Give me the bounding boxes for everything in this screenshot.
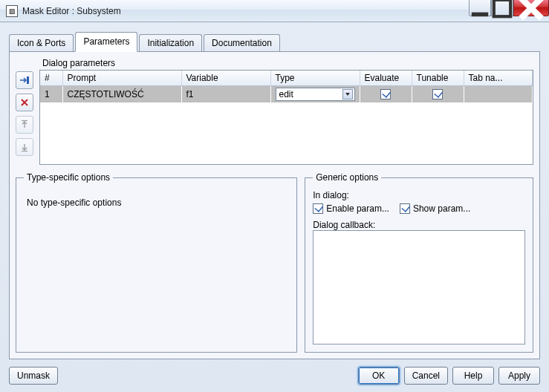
col-tunable[interactable]: Tunable	[412, 71, 464, 86]
bottom-button-bar: Unmask OK Cancel Help Apply	[0, 364, 549, 392]
move-up-button[interactable]	[16, 116, 33, 134]
tab-initialization[interactable]: Initialization	[139, 34, 202, 52]
cancel-button[interactable]: Cancel	[404, 367, 448, 385]
show-param-checkbox[interactable]	[400, 203, 410, 214]
parameters-table: # Prompt Variable Type Evaluate Tunable …	[40, 71, 533, 102]
type-options-legend: Type-specific options	[24, 172, 113, 183]
table-row[interactable]: 1 CZĘSTOTLIWOŚĆ f1 edit	[40, 86, 533, 103]
svg-rect-2	[27, 76, 29, 84]
tab-parameters[interactable]: Parameters	[75, 32, 137, 52]
dialog-callback-text[interactable]	[313, 230, 525, 344]
tab-icon-and-ports[interactable]: Icon & Ports	[9, 34, 74, 52]
tab-documentation[interactable]: Documentation	[204, 34, 280, 52]
evaluate-checkbox[interactable]	[380, 89, 391, 99]
col-num[interactable]: #	[40, 71, 62, 86]
type-select[interactable]: edit	[276, 88, 355, 101]
col-evaluate[interactable]: Evaluate	[360, 71, 412, 86]
add-row-icon	[19, 75, 30, 85]
dialog-parameters-label: Dialog parameters	[42, 58, 533, 68]
move-up-icon	[19, 120, 30, 130]
chevron-down-icon	[342, 89, 353, 99]
col-variable[interactable]: Variable	[181, 71, 270, 86]
parameters-panel: Dialog parameters #	[9, 51, 540, 359]
delete-row-icon	[19, 97, 30, 108]
type-select-value: edit	[279, 89, 293, 99]
cell-prompt[interactable]: CZĘSTOTLIWOŚĆ	[62, 86, 181, 103]
app-icon: ▨	[6, 5, 18, 17]
move-down-icon	[19, 142, 30, 152]
delete-row-button[interactable]	[16, 94, 33, 111]
cell-evaluate[interactable]	[360, 86, 412, 103]
parameters-table-wrap: # Prompt Variable Type Evaluate Tunable …	[39, 70, 533, 165]
generic-options: Generic options In dialog: Enable param.…	[305, 172, 533, 353]
apply-button[interactable]: Apply	[498, 367, 540, 385]
close-button[interactable]	[513, 0, 549, 16]
dialog-parameters-area: Dialog parameters #	[39, 58, 533, 165]
cell-variable[interactable]: f1	[181, 86, 270, 103]
cell-type[interactable]: edit	[270, 86, 360, 103]
col-prompt[interactable]: Prompt	[62, 71, 181, 86]
svg-rect-0	[472, 12, 488, 16]
window-controls	[469, 0, 549, 22]
move-down-button[interactable]	[16, 138, 33, 156]
add-row-button[interactable]	[16, 71, 33, 89]
help-button[interactable]: Help	[452, 367, 494, 385]
cell-tabname[interactable]	[464, 86, 533, 103]
col-type[interactable]: Type	[270, 71, 360, 86]
window-title: Mask Editor : Subsystem	[22, 6, 469, 16]
minimize-button[interactable]	[469, 0, 491, 16]
no-type-options-text: No type-specific options	[24, 190, 289, 215]
svg-rect-1	[494, 0, 510, 16]
enable-param-label: Enable param...	[326, 203, 389, 214]
generic-options-legend: Generic options	[313, 172, 381, 183]
show-param-label: Show param...	[413, 203, 470, 214]
tunable-checkbox[interactable]	[432, 89, 443, 99]
dialog-callback-label: Dialog callback:	[313, 220, 525, 230]
cell-num: 1	[40, 86, 62, 103]
titlebar: ▨ Mask Editor : Subsystem	[0, 0, 549, 22]
maximize-button[interactable]	[491, 0, 513, 16]
in-dialog-label: In dialog:	[313, 190, 525, 200]
cell-tunable[interactable]	[412, 86, 464, 103]
row-action-buttons	[16, 58, 33, 165]
ok-button[interactable]: OK	[358, 367, 400, 385]
show-param-option[interactable]: Show param...	[400, 203, 470, 214]
type-specific-options: Type-specific options No type-specific o…	[16, 172, 297, 353]
enable-param-checkbox[interactable]	[313, 203, 323, 214]
col-tabname[interactable]: Tab na...	[464, 71, 533, 86]
unmask-button[interactable]: Unmask	[9, 367, 58, 385]
enable-param-option[interactable]: Enable param...	[313, 203, 389, 214]
tabstrip: Icon & Ports Parameters Initialization D…	[0, 22, 549, 51]
